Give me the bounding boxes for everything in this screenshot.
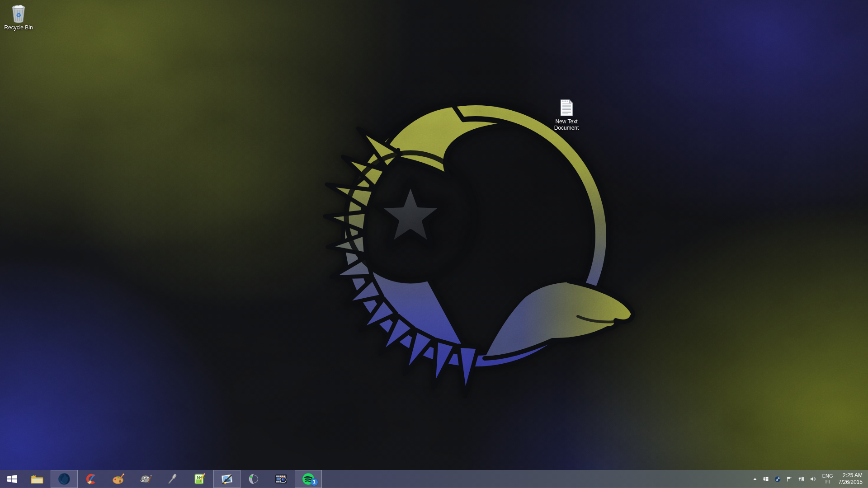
grain-texture-overlay [0,0,868,488]
taskbar-empty-area [322,470,750,488]
emblem-feather-spikes [325,128,478,396]
tray-windows-update-button[interactable] [760,470,772,488]
language-indicator[interactable]: ENG FI [819,470,837,488]
desktop-icon-recycle-bin[interactable]: ♻ Recycle Bin [3,4,34,31]
tray-action-center-button[interactable] [783,470,795,488]
emblem-star [376,181,445,246]
emblem-eagle-head-outline [485,281,633,358]
emblem-wing-body [346,150,467,352]
taskbar-button-file-explorer[interactable] [24,470,51,488]
teamspeak-icon [247,472,261,486]
svg-text:♻: ♻ [16,12,21,19]
system-tray: ENG FI 2:25 AM 7/26/2015 [750,470,868,488]
speaker-icon [810,475,816,483]
file-explorer-icon [30,472,44,486]
taskbar-button-spotify[interactable]: 1 [295,470,322,488]
chevron-up-icon [753,476,757,482]
taskbar-pinned-apps: N++ [24,470,322,488]
clock-date: 7/26/2015 [839,479,863,486]
flag-icon [786,475,793,483]
windows-logo-icon [763,475,769,483]
emblem-eagle-head [485,282,633,358]
gimp-icon [139,472,152,486]
taskbar-button-image-editor[interactable] [213,470,241,488]
video-recorder-icon [274,472,288,486]
paint-palette-icon [112,472,125,486]
text-document-icon [557,98,576,117]
taskbar-button-firefox[interactable] [51,470,78,488]
steam-icon [774,475,781,483]
taskbar: N++ [0,470,868,488]
taskbar-button-ccleaner[interactable] [78,470,105,488]
windows-start-icon [5,473,18,485]
taskbar-button-notepad-plus-plus[interactable]: N++ [186,470,213,488]
notepad-plus-plus-icon: N++ [193,472,207,486]
notification-badge: 1 [311,479,318,486]
tray-power-button[interactable] [795,470,807,488]
taskbar-button-paint[interactable] [105,470,132,488]
recycle-bin-icon: ♻ [9,4,28,23]
microphone-icon [166,472,179,486]
rock-texture-overlay [0,0,868,488]
emblem-crescent-blade [381,105,512,177]
image-editor-icon [220,472,234,486]
emblem-beak-crease [578,316,614,322]
clock-time: 2:25 AM [843,472,863,479]
battery-plug-icon [798,475,804,483]
desktop-icon-label: Recycle Bin [4,24,33,31]
taskbar-button-teamspeak[interactable] [241,470,268,488]
emblem-ring [350,111,601,361]
emblem-inner-circle [346,153,475,281]
language-primary: ENG [822,473,833,479]
wallpaper [0,0,868,488]
tray-steam-button[interactable] [772,470,783,488]
emblem-ring-outline [350,111,601,361]
clock[interactable]: 2:25 AM 7/26/2015 [837,470,866,488]
taskbar-button-video-recorder[interactable] [268,470,295,488]
start-button[interactable] [0,470,24,488]
desktop-icon-new-text-document[interactable]: New Text Document [551,98,582,131]
language-secondary: FI [826,479,830,485]
tray-volume-button[interactable] [807,470,819,488]
ccleaner-icon [85,472,98,486]
taskbar-button-microphone[interactable] [159,470,186,488]
taskbar-button-gimp[interactable] [132,470,159,488]
show-hidden-icons-button[interactable] [750,470,760,488]
desktop-icon-label: New Text Document [554,118,579,131]
eagle-gear-star-emblem [325,105,633,396]
firefox-icon [57,472,71,486]
windows-desktop: { "desktop": { "icons": [ { "id": "recyc… [0,0,868,488]
